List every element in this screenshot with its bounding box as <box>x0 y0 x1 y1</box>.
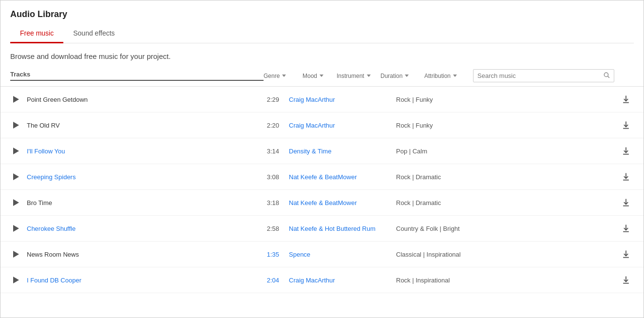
track-author: Craig MacArthur <box>284 122 396 129</box>
track-tags: Country & Folk | Bright <box>396 225 618 232</box>
play-icon <box>13 122 19 129</box>
table-row: Creeping Spiders 3:08 Nat Keefe & BeatMo… <box>0 164 644 190</box>
play-icon <box>13 173 19 180</box>
track-tags: Rock | Dramatic <box>396 199 618 206</box>
play-button[interactable] <box>10 171 21 182</box>
download-icon <box>621 249 631 259</box>
svg-line-1 <box>608 76 609 78</box>
download-button[interactable] <box>618 117 634 133</box>
track-duration: 2:20 <box>255 122 284 129</box>
play-icon <box>13 251 19 258</box>
search-box <box>473 69 614 82</box>
track-author: Nat Keefe & BeatMower <box>284 199 396 206</box>
download-button[interactable] <box>618 143 634 159</box>
track-tags: Rock | Funky <box>396 96 618 103</box>
col-duration-header[interactable]: Duration <box>380 73 424 79</box>
track-tags: Classical | Inspirational <box>396 251 618 258</box>
play-icon <box>13 96 19 103</box>
track-name-col: I Found DB Cooper <box>21 277 255 284</box>
header: Audio Library Free music Sound effects <box>0 0 644 43</box>
instrument-sort-icon <box>367 75 371 77</box>
download-button[interactable] <box>618 221 634 236</box>
attribution-sort-icon <box>453 75 457 77</box>
table-row: The Old RV 2:20 Craig MacArthur Rock | F… <box>0 112 644 138</box>
download-icon <box>621 198 631 207</box>
download-icon <box>621 224 631 233</box>
download-button[interactable] <box>618 195 634 210</box>
col-attribution-header[interactable]: Attribution <box>424 73 473 79</box>
track-name: The Old RV <box>27 122 60 129</box>
play-icon <box>13 277 19 283</box>
table-row: Phantom 3:01 Density & Time Ambient | An… <box>0 293 644 296</box>
track-name-col: News Room News <box>21 251 255 258</box>
download-icon <box>621 120 631 130</box>
search-input[interactable] <box>477 72 603 79</box>
track-tags: Rock | Dramatic <box>396 173 618 181</box>
download-button[interactable] <box>618 272 634 288</box>
table-row: I'll Follow You 3:14 Density & Time Pop … <box>0 138 644 164</box>
table-row: News Room News 1:35 Spence Classical | I… <box>0 242 644 267</box>
table-row: Point Green Getdown 2:29 Craig MacArthur… <box>0 87 644 112</box>
track-duration: 2:29 <box>255 96 284 103</box>
play-button[interactable] <box>10 94 21 105</box>
track-name-col: Cherokee Shuffle <box>21 225 255 232</box>
tab-sound-effects[interactable]: Sound effects <box>63 24 124 43</box>
play-button[interactable] <box>10 146 21 156</box>
download-button[interactable] <box>618 246 634 262</box>
track-duration: 3:18 <box>255 199 284 206</box>
col-search-header <box>473 69 634 82</box>
table-row: Bro Time 3:18 Nat Keefe & BeatMower Rock… <box>0 190 644 216</box>
track-author: Craig MacArthur <box>284 96 396 103</box>
download-button[interactable] <box>618 169 634 185</box>
col-genre-header[interactable]: Genre <box>264 73 303 79</box>
table-row: I Found DB Cooper 2:04 Craig MacArthur R… <box>0 267 644 293</box>
col-tracks-header: Tracks <box>10 71 264 81</box>
play-button[interactable] <box>10 249 21 260</box>
track-duration: 3:08 <box>255 173 284 181</box>
search-icon <box>603 72 610 80</box>
track-author: Craig MacArthur <box>284 277 396 284</box>
track-name-col: The Old RV <box>21 122 255 129</box>
play-icon <box>13 199 19 206</box>
track-tags: Pop | Calm <box>396 148 618 155</box>
track-duration: 1:35 <box>255 251 284 258</box>
track-duration: 2:58 <box>255 225 284 232</box>
track-tags: Rock | Inspirational <box>396 277 618 284</box>
download-button[interactable] <box>618 92 634 107</box>
track-author: Nat Keefe & Hot Buttered Rum <box>284 225 396 232</box>
track-duration: 2:04 <box>255 277 284 284</box>
track-name-col: Creeping Spiders <box>21 173 255 181</box>
tabs: Free music Sound effects <box>10 24 634 43</box>
track-name-col: I'll Follow You <box>21 148 255 155</box>
track-name[interactable]: Cherokee Shuffle <box>27 225 76 232</box>
app-title: Audio Library <box>10 9 634 19</box>
play-button[interactable] <box>10 275 21 285</box>
download-icon <box>621 172 631 182</box>
track-name[interactable]: Creeping Spiders <box>27 173 76 181</box>
app-container: Audio Library Free music Sound effects B… <box>0 0 644 318</box>
duration-sort-icon <box>405 75 409 77</box>
mood-sort-icon <box>320 75 323 77</box>
subtitle: Browse and download free music for your … <box>0 43 644 65</box>
track-author: Spence <box>284 251 396 258</box>
download-icon <box>621 146 631 156</box>
genre-sort-icon <box>282 75 286 77</box>
play-button[interactable] <box>10 120 21 131</box>
track-author: Density & Time <box>284 148 396 155</box>
col-instrument-header[interactable]: Instrument <box>337 73 380 79</box>
track-name[interactable]: I'll Follow You <box>27 148 65 155</box>
track-name: News Room News <box>27 251 79 258</box>
col-mood-header[interactable]: Mood <box>303 73 337 79</box>
track-name[interactable]: I Found DB Cooper <box>27 277 81 284</box>
track-name-col: Bro Time <box>21 199 255 206</box>
play-button[interactable] <box>10 197 21 208</box>
download-icon <box>621 275 631 285</box>
track-duration: 3:14 <box>255 148 284 155</box>
play-icon <box>13 225 19 232</box>
play-button[interactable] <box>10 223 21 234</box>
table-row: Cherokee Shuffle 2:58 Nat Keefe & Hot Bu… <box>0 216 644 242</box>
tab-free-music[interactable]: Free music <box>10 24 63 43</box>
tracks-list: Point Green Getdown 2:29 Craig MacArthur… <box>0 87 644 296</box>
track-name: Bro Time <box>27 199 52 206</box>
download-icon <box>621 94 631 104</box>
